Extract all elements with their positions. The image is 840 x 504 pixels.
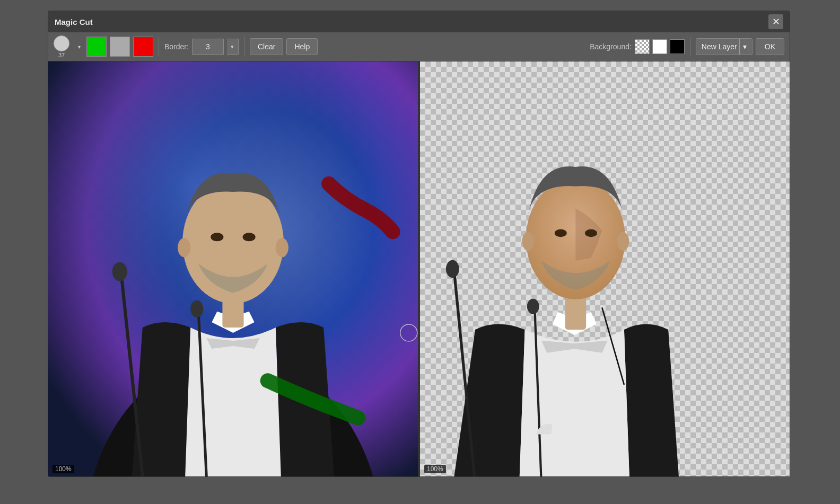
- right-canvas-svg: [420, 61, 790, 476]
- bg-swatch-white[interactable]: [652, 39, 667, 54]
- brush-indicator: 37: [54, 36, 69, 58]
- svg-point-5: [211, 233, 223, 241]
- new-layer-label: New Layer: [702, 42, 737, 51]
- svg-point-7: [178, 238, 190, 257]
- close-button[interactable]: ✕: [768, 14, 783, 29]
- svg-point-19: [617, 232, 629, 251]
- clear-button[interactable]: Clear: [250, 38, 283, 55]
- canvases-container: 100%: [48, 61, 790, 476]
- color-swatch-green[interactable]: [86, 37, 107, 57]
- left-canvas-panel[interactable]: 100%: [48, 61, 418, 476]
- help-button[interactable]: Help: [286, 38, 318, 55]
- color-swatch-gray[interactable]: [110, 37, 130, 57]
- svg-point-8: [276, 238, 288, 257]
- svg-point-18: [522, 232, 534, 251]
- new-layer-button[interactable]: New Layer ▾: [696, 38, 752, 55]
- separator-1: [159, 37, 159, 56]
- title-bar: Magic Cut ✕: [48, 11, 790, 32]
- toolbar: 37 ▾ Border: ▾ Clear Help Background: Ne…: [48, 32, 790, 61]
- ok-button[interactable]: OK: [756, 38, 784, 55]
- bg-swatch-checker[interactable]: [635, 39, 650, 54]
- svg-point-23: [527, 299, 539, 314]
- magic-cut-window: Magic Cut ✕ 37 ▾ Border: ▾ Clear Help Ba…: [48, 11, 790, 477]
- brush-dropdown-button[interactable]: ▾: [75, 41, 83, 52]
- svg-point-17: [585, 229, 597, 237]
- svg-point-10: [112, 262, 127, 281]
- color-swatch-red[interactable]: [133, 37, 153, 57]
- svg-point-12: [190, 300, 203, 317]
- brush-size-label: 37: [58, 52, 65, 58]
- left-canvas-svg: [48, 61, 418, 476]
- svg-point-21: [446, 260, 459, 278]
- svg-point-16: [555, 229, 567, 237]
- right-zoom-badge: 100%: [424, 465, 446, 473]
- right-canvas-bg: [420, 61, 790, 476]
- window-title: Magic Cut: [55, 17, 768, 26]
- border-dropdown-button[interactable]: ▾: [227, 39, 239, 55]
- border-label: Border:: [164, 42, 189, 51]
- new-layer-arrow: ▾: [739, 39, 747, 55]
- border-input[interactable]: [192, 39, 224, 55]
- background-swatches: [635, 39, 685, 54]
- background-label: Background:: [590, 42, 632, 51]
- left-canvas-bg: [48, 61, 418, 476]
- separator-2: [244, 37, 244, 56]
- separator-3: [690, 37, 690, 56]
- right-canvas-panel[interactable]: 100%: [420, 61, 790, 476]
- bg-swatch-black[interactable]: [670, 39, 685, 54]
- svg-point-6: [243, 233, 256, 241]
- brush-preview: [54, 36, 69, 51]
- left-zoom-badge: 100%: [52, 465, 74, 473]
